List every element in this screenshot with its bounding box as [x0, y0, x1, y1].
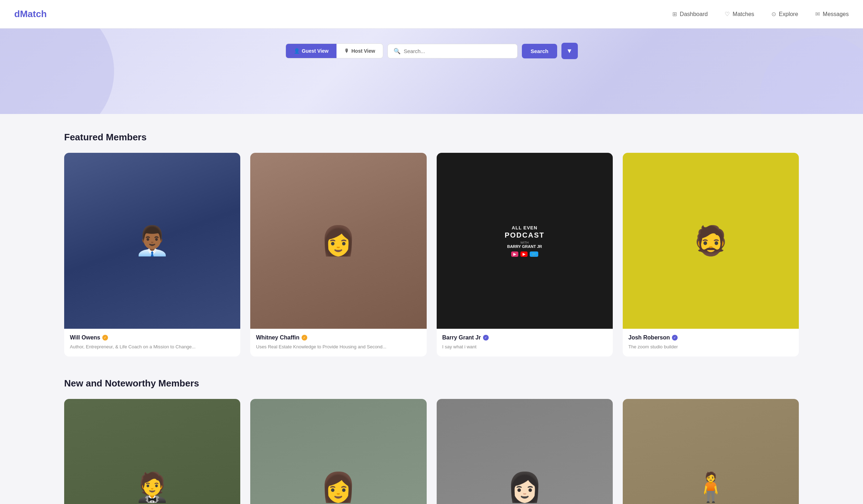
instagram-icon: ▶: [511, 251, 518, 257]
member-photo-barry: ALL EVEN PODCAST WITH BARRY GRANT JR ▶ ▶…: [437, 153, 613, 329]
member-desc-whitney: Uses Real Estate Knowledge to Provide Ho…: [256, 344, 421, 350]
heart-icon: ♡: [725, 11, 730, 17]
member-desc-josh: The zoom studio builder: [628, 344, 793, 350]
home-icon: ⊞: [672, 11, 677, 17]
podcast-title-line2: PODCAST: [505, 231, 545, 239]
member-name-row-josh: Josh Roberson ✓: [628, 334, 793, 341]
member-name-row-will: Will Owens ✓: [70, 334, 235, 341]
member-info-will: Will Owens ✓ Author, Entrepreneur, & Lif…: [64, 329, 240, 357]
nav-label-messages: Messages: [823, 11, 849, 17]
logo-text: Match: [20, 9, 47, 19]
member-name-whitney: Whitney Chaffin: [256, 334, 299, 341]
member-name-row-barry: Barry Grant Jr ✓: [442, 334, 607, 341]
noteworthy-title: New and Noteworthy Members: [64, 378, 799, 389]
guest-view-button[interactable]: 👤 Guest View: [286, 44, 337, 58]
member-name-will: Will Owens: [70, 334, 100, 341]
podcast-title-line1: ALL EVEN: [505, 225, 545, 231]
nav-item-matches[interactable]: ♡ Matches: [725, 11, 754, 17]
guest-view-label: Guest View: [302, 48, 329, 54]
featured-grid: Will Owens ✓ Author, Entrepreneur, & Lif…: [64, 153, 799, 357]
hero-inner: 👤 Guest View 🎙 Host View 🔍 Search ▼: [0, 43, 863, 59]
podcast-host: BARRY GRANT JR: [505, 244, 545, 249]
view-toggle: 👤 Guest View 🎙 Host View: [286, 43, 384, 58]
featured-title: Featured Members: [64, 132, 799, 143]
mic-icon: 🎙: [344, 48, 349, 54]
badge-will: ✓: [102, 335, 108, 341]
explore-search-icon: ⊙: [771, 11, 776, 17]
nav-label-matches: Matches: [733, 11, 754, 17]
member-card-will-owens[interactable]: Will Owens ✓ Author, Entrepreneur, & Lif…: [64, 153, 240, 357]
guest-icon: 👤: [294, 48, 300, 54]
member-photo-new2: [250, 399, 426, 504]
member-card-new4[interactable]: [623, 399, 799, 504]
badge-whitney: ✓: [302, 335, 307, 341]
logo[interactable]: dMatch: [14, 9, 47, 20]
member-photo-new3: [437, 399, 613, 504]
member-card-barry-grant-jr[interactable]: ALL EVEN PODCAST WITH BARRY GRANT JR ▶ ▶…: [437, 153, 613, 357]
noteworthy-section: New and Noteworthy Members: [64, 378, 799, 504]
member-card-whitney-chaffin[interactable]: Whitney Chaffin ✓ Uses Real Estate Knowl…: [250, 153, 426, 357]
badge-josh: ✓: [672, 335, 678, 341]
search-bar: 👤 Guest View 🎙 Host View 🔍 Search ▼: [286, 43, 578, 59]
message-icon: ✉: [815, 11, 820, 17]
member-photo-josh: [623, 153, 799, 329]
host-view-label: Host View: [351, 48, 375, 54]
member-photo-will: [64, 153, 240, 329]
member-photo-whitney: [250, 153, 426, 329]
twitter-icon: 🐦: [530, 251, 538, 257]
navbar: dMatch ⊞ Dashboard ♡ Matches ⊙ Explore ✉…: [0, 0, 863, 28]
filter-button[interactable]: ▼: [561, 43, 578, 59]
member-name-barry: Barry Grant Jr: [442, 334, 481, 341]
nav-links: ⊞ Dashboard ♡ Matches ⊙ Explore ✉ Messag…: [672, 11, 849, 17]
member-card-new3[interactable]: [437, 399, 613, 504]
featured-section: Featured Members Will Owens ✓ Author, En…: [64, 132, 799, 357]
youtube-icon: ▶: [520, 251, 528, 257]
member-info-josh: Josh Roberson ✓ The zoom studio builder: [623, 329, 799, 357]
member-card-new1[interactable]: [64, 399, 240, 504]
member-card-new2[interactable]: [250, 399, 426, 504]
search-input-wrap: 🔍: [387, 44, 518, 58]
member-name-row-whitney: Whitney Chaffin ✓: [256, 334, 421, 341]
member-photo-new1: [64, 399, 240, 504]
noteworthy-grid: [64, 399, 799, 504]
member-info-whitney: Whitney Chaffin ✓ Uses Real Estate Knowl…: [250, 329, 426, 357]
nav-item-messages[interactable]: ✉ Messages: [815, 11, 849, 17]
nav-item-dashboard[interactable]: ⊞ Dashboard: [672, 11, 708, 17]
host-view-button[interactable]: 🎙 Host View: [337, 44, 383, 58]
search-button[interactable]: Search: [522, 44, 557, 58]
member-card-josh-roberson[interactable]: Josh Roberson ✓ The zoom studio builder: [623, 153, 799, 357]
podcast-with: WITH: [505, 241, 545, 244]
member-desc-will: Author, Entrepreneur, & Life Coach on a …: [70, 344, 235, 350]
logo-accent: d: [14, 9, 20, 19]
nav-label-explore: Explore: [779, 11, 798, 17]
nav-item-explore[interactable]: ⊙ Explore: [771, 11, 798, 17]
search-input[interactable]: [404, 48, 512, 54]
member-desc-barry: I say what i want: [442, 344, 607, 350]
member-photo-new4: [623, 399, 799, 504]
member-name-josh: Josh Roberson: [628, 334, 670, 341]
badge-barry: ✓: [483, 335, 489, 341]
filter-icon: ▼: [566, 47, 573, 55]
member-info-barry: Barry Grant Jr ✓ I say what i want: [437, 329, 613, 357]
nav-label-dashboard: Dashboard: [680, 11, 708, 17]
hero-banner: 👤 Guest View 🎙 Host View 🔍 Search ▼: [0, 28, 863, 114]
podcast-graphic: ALL EVEN PODCAST WITH BARRY GRANT JR ▶ ▶…: [505, 225, 545, 257]
podcast-social: ▶ ▶ 🐦: [505, 251, 545, 257]
search-inline-icon: 🔍: [394, 48, 401, 54]
main-content: Featured Members Will Owens ✓ Author, En…: [0, 114, 863, 504]
